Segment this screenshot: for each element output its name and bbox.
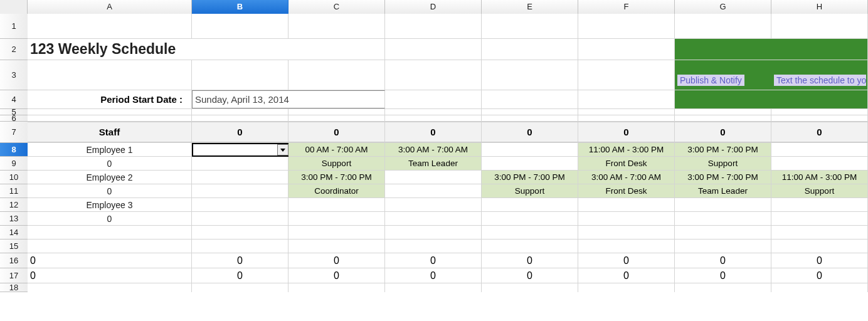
emp1-shift-E-role[interactable] (482, 157, 578, 170)
col-header-E[interactable]: E (482, 0, 578, 14)
cell-A3[interactable] (28, 60, 192, 90)
emp1-shift-C-role[interactable]: Support (288, 157, 385, 170)
period-start-label: Period Start Date : (28, 90, 192, 108)
period-start-date-field[interactable]: Sunday, April 13, 2014 (192, 90, 385, 108)
cell-B1[interactable] (192, 14, 288, 38)
row-header-2[interactable]: 2 (0, 39, 28, 60)
cell-E1[interactable] (482, 14, 578, 38)
schedule-header-row: Staff 0 0 0 0 0 0 0 (28, 122, 868, 143)
emp2-shift-B-time[interactable] (192, 171, 288, 184)
emp1-shift-D-time[interactable]: 3:00 AM - 7:00 AM (385, 143, 482, 156)
total1-A: 0 (28, 253, 192, 268)
cell-C1[interactable] (288, 14, 385, 38)
row-header-8[interactable]: 8 (0, 143, 28, 157)
employee2-name: Employee 2 (28, 171, 192, 184)
row-header-10[interactable]: 10 (0, 171, 28, 184)
emp1-shift-G-role[interactable]: Support (675, 157, 771, 170)
total1-B: 0 (192, 253, 288, 268)
emp2-shift-D-time[interactable] (385, 171, 482, 184)
col-header-A[interactable]: A (28, 0, 192, 14)
employee3-name: Employee 3 (28, 198, 192, 211)
cell-D1[interactable] (385, 14, 482, 38)
cell-F1[interactable] (578, 14, 675, 38)
cell-B2[interactable] (192, 39, 288, 60)
employee3-times-row: Employee 3 (28, 198, 868, 212)
row-header-14[interactable]: 14 (0, 226, 28, 239)
cell-G1[interactable] (675, 14, 771, 38)
col-header-D[interactable]: D (385, 0, 482, 14)
total1-G: 0 (675, 253, 771, 268)
cell-C2[interactable] (288, 39, 385, 60)
cell-C3[interactable] (288, 60, 385, 90)
col-header-C[interactable]: C (288, 0, 385, 14)
row-header-11[interactable]: 11 (0, 184, 28, 198)
row-header-4[interactable]: 4 (0, 90, 28, 109)
header-col-C: 0 (288, 122, 385, 142)
emp1-shift-H-time[interactable] (771, 143, 868, 156)
select-all-corner[interactable] (0, 0, 28, 14)
cell-H1[interactable] (771, 14, 868, 38)
emp2-shift-B-role[interactable] (192, 184, 288, 197)
cell-D4[interactable] (385, 90, 482, 108)
col-header-H[interactable]: H (771, 0, 868, 14)
text-schedule-link[interactable]: Text the schedule to yo (771, 60, 868, 90)
emp2-shift-C-role[interactable]: Coordinator (288, 184, 385, 197)
cell-F3[interactable] (578, 60, 675, 90)
cell-E2[interactable] (482, 39, 578, 60)
cell-D2[interactable] (385, 39, 482, 60)
row-header-3[interactable]: 3 (0, 60, 28, 90)
emp1-shift-E-time[interactable] (482, 143, 578, 156)
header-col-F: 0 (578, 122, 675, 142)
row-header-9[interactable]: 9 (0, 157, 28, 171)
emp2-shift-H-time[interactable]: 11:00 AM - 3:00 PM (771, 171, 868, 184)
publish-notify-link[interactable]: Publish & Notify (675, 60, 771, 90)
cell-F4[interactable] (578, 90, 675, 108)
row-header-12[interactable]: 12 (0, 198, 28, 212)
row-header-6[interactable]: 6 (0, 115, 28, 122)
emp1-shift-H-role[interactable] (771, 157, 868, 170)
col-header-B[interactable]: B (192, 0, 288, 14)
emp2-shift-F-time[interactable]: 3:00 AM - 7:00 AM (578, 171, 675, 184)
cell-dropdown-button[interactable] (277, 144, 288, 155)
row-header-18[interactable]: 18 (0, 283, 28, 292)
cell-B9[interactable] (192, 157, 288, 170)
schedule-title: 123 Weekly Schedule (28, 39, 192, 60)
row-header-13[interactable]: 13 (0, 212, 28, 226)
emp2-shift-D-role[interactable] (385, 184, 482, 197)
row-18 (28, 283, 868, 292)
emp2-shift-E-role[interactable]: Support (482, 184, 578, 197)
row-header-17[interactable]: 17 (0, 268, 28, 283)
row-14 (28, 226, 868, 239)
emp1-shift-F-time[interactable]: 11:00 AM - 3:00 PM (578, 143, 675, 156)
cell-F2[interactable] (578, 39, 675, 60)
total2-C: 0 (288, 268, 385, 283)
row-header-15[interactable]: 15 (0, 239, 28, 253)
col-header-F[interactable]: F (578, 0, 675, 14)
total1-E: 0 (482, 253, 578, 268)
banner-bot-H (771, 90, 868, 108)
emp2-shift-G-role[interactable]: Team Leader (675, 184, 771, 197)
cell-B8[interactable] (192, 143, 288, 156)
totals-row-1: 0 0 0 0 0 0 0 0 (28, 253, 868, 268)
emp2-shift-G-time[interactable]: 3:00 PM - 7:00 PM (675, 171, 771, 184)
col-header-G[interactable]: G (675, 0, 771, 14)
row-header-7[interactable]: 7 (0, 122, 28, 143)
total2-E: 0 (482, 268, 578, 283)
emp1-shift-G-time[interactable]: 3:00 PM - 7:00 PM (675, 143, 771, 156)
cell-D3[interactable] (385, 60, 482, 90)
cell-E4[interactable] (482, 90, 578, 108)
cell-B3[interactable] (192, 60, 288, 90)
emp1-shift-F-role[interactable]: Front Desk (578, 157, 675, 170)
cell-A1[interactable] (28, 14, 192, 38)
emp2-shift-C-time[interactable]: 3:00 PM - 7:00 PM (288, 171, 385, 184)
emp2-shift-E-time[interactable]: 3:00 PM - 7:00 PM (482, 171, 578, 184)
emp1-shift-D-role[interactable]: Team Leader (385, 157, 482, 170)
employee1-roles-row: 0 Support Team Leader Front Desk Support (28, 157, 868, 171)
row-header-16[interactable]: 16 (0, 253, 28, 268)
emp1-shift-C-time[interactable]: 00 AM - 7:00 AM (288, 143, 385, 156)
total2-B: 0 (192, 268, 288, 283)
row-header-1[interactable]: 1 (0, 14, 28, 39)
emp2-shift-F-role[interactable]: Front Desk (578, 184, 675, 197)
cell-E3[interactable] (482, 60, 578, 90)
emp2-shift-H-role[interactable]: Support (771, 184, 868, 197)
